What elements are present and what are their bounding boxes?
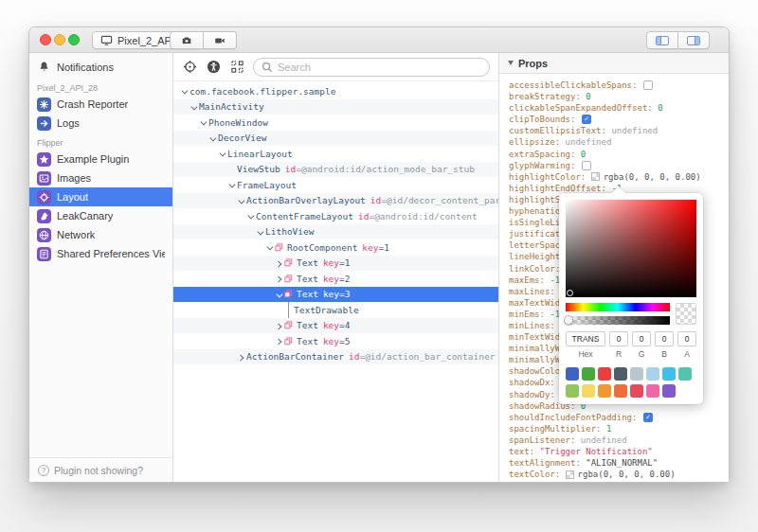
tree-row-viewstub-android-id-action-mode-bar-stub[interactable]: ViewStubid=@android:id/action_mode_bar_s… [173,162,498,178]
search-placeholder: Search [278,62,311,73]
hue-slider[interactable] [566,303,670,311]
preset-swatch[interactable] [630,384,643,398]
a-label: A [677,349,696,359]
tree-node-name: Text [297,320,318,330]
slider-area [566,303,696,325]
preset-swatch[interactable] [598,367,611,381]
preset-swatch[interactable] [614,384,627,398]
toggle-right-panel-button[interactable] [678,31,710,49]
chevron-down-icon[interactable] [179,83,190,99]
tree-row-com-facebook-flipper-sample[interactable]: com.facebook.flipper.sample [173,83,498,99]
saturation-area[interactable] [566,200,696,297]
tree-node-name: ActionBarOverlayLayout [246,195,366,205]
tree-row-actionbaroverlaylayout-id-decor-content-parent[interactable]: ActionBarOverlayLayoutid=@id/decor_conte… [173,193,498,209]
saturation-cursor[interactable] [567,290,573,296]
prop-checkbox[interactable] [643,80,653,90]
preset-swatch[interactable] [566,367,579,381]
tree-row-decorview[interactable]: DecorView [173,131,498,147]
alpha-slider[interactable] [566,316,670,325]
preset-swatch[interactable] [630,367,643,381]
prop-name: lineHeight [509,251,560,262]
chevron-down-icon[interactable] [217,146,227,162]
prop-checkbox[interactable] [582,161,591,170]
prop-color-swatch[interactable] [566,470,574,479]
expand-hierarchy-button[interactable] [229,60,244,75]
minimize-button[interactable] [54,34,65,45]
preset-swatch[interactable] [646,384,659,398]
prop-color-swatch[interactable] [591,172,600,181]
preset-swatch[interactable] [566,384,579,398]
tree-row-text-5[interactable]: Textkey=5 [173,333,498,349]
sidebar-item-leakcanary[interactable]: LeakCanary [29,206,172,225]
preset-swatch[interactable] [582,384,595,398]
preset-swatch[interactable] [614,367,627,381]
tree-row-linearlayout[interactable]: LinearLayout [173,146,498,162]
tree-node-attribute: key=4 [323,320,351,330]
tree-row-lithoview[interactable]: LithoView [173,224,498,240]
sidebar-item-network[interactable]: Network [29,225,172,244]
green-input[interactable]: 0 [632,331,651,346]
chevron-down-icon[interactable] [208,131,218,147]
chevron-down-icon[interactable] [274,287,284,303]
hex-input[interactable]: TRANS [566,331,605,346]
preset-swatch[interactable] [582,367,595,381]
tree-row-phonewindow[interactable]: PhoneWindow [173,115,498,131]
red-input[interactable]: 0 [609,331,628,346]
tree-row-framelayout[interactable]: FrameLayout [173,177,498,193]
sidebar-item-crash-reporter[interactable]: Crash Reporter [29,95,172,114]
sidebar-item-example-plugin[interactable]: Example Plugin [29,150,172,168]
alpha-handle[interactable] [564,315,573,325]
prop-checkbox[interactable]: ✓ [643,413,653,422]
tree-row-rootcomponent-1[interactable]: RootComponentkey=1 [173,239,498,256]
color-picker-popup: TRANS 0 0 0 0 Hex R G B A [559,193,703,404]
sidebar-item-label: Images [57,172,91,184]
preset-swatch[interactable] [662,367,676,381]
chevron-down-icon[interactable] [189,99,199,115]
alpha-input[interactable]: 0 [677,331,696,346]
prop-name: maxTextWid [509,297,560,309]
zoom-button[interactable] [68,34,80,45]
chevron-down-icon[interactable] [226,177,237,193]
chevron-right-icon[interactable] [274,333,284,349]
preset-swatch[interactable] [678,367,692,381]
tree-row-text-2[interactable]: Textkey=2 [173,271,498,287]
preset-swatch[interactable] [646,367,659,381]
prop-checkbox[interactable]: ✓ [582,115,591,124]
tree-row-textdrawable[interactable]: TextDrawable [173,302,498,318]
tree-row-contentframelayout-android-id-content[interactable]: ContentFrameLayoutid=@android:id/content [173,208,498,224]
screenshot-button[interactable] [170,31,204,49]
screen-record-button[interactable] [204,31,237,49]
blue-input[interactable]: 0 [655,331,674,346]
preset-swatch[interactable] [662,384,676,398]
chevron-right-icon[interactable] [236,349,246,365]
chevron-down-icon[interactable] [255,224,265,240]
tree-row-text-3[interactable]: Textkey=3 [173,287,498,303]
preset-swatch[interactable] [598,384,611,398]
close-button[interactable] [40,34,51,45]
tree-row-text-4[interactable]: Textkey=4 [173,318,498,334]
litho-component-icon [284,256,297,272]
tree-row-mainactivity[interactable]: MainActivity [173,99,498,115]
chevron-right-icon[interactable] [274,256,284,272]
search-icon [262,62,273,73]
sidebar-item-shared-preferences-viewe[interactable]: Shared Preferences Viewe [29,244,172,263]
accessibility-mode-button[interactable] [206,60,221,75]
sidebar-item-notifications[interactable]: Notifications [29,56,172,78]
target-mode-button[interactable] [182,60,197,75]
chevron-right-icon[interactable] [274,318,284,334]
sidebar-item-images[interactable]: Images [29,168,172,187]
chevron-down-icon[interactable] [236,193,246,209]
tree-row-text-1[interactable]: Textkey=1 [173,256,498,272]
chevron-down-icon[interactable] [245,208,256,224]
chevron-down-icon[interactable] [264,239,275,256]
search-input[interactable]: Search [253,58,490,77]
toggle-left-panel-button[interactable] [646,31,678,49]
sidebar-item-logs[interactable]: Logs [29,114,172,133]
chevron-right-icon[interactable] [274,271,284,287]
props-header[interactable]: Props [499,53,729,74]
chevron-down-icon[interactable] [198,115,208,131]
plugin-help-link[interactable]: ? Plugin not showing? [29,457,172,482]
sidebar-item-label: Shared Preferences Viewe [57,248,165,259]
sidebar-item-layout[interactable]: Layout [29,187,172,206]
tree-row-actionbarcontainer-id-action-bar-container[interactable]: ActionBarContainerid=@id/action_bar_cont… [173,349,498,365]
